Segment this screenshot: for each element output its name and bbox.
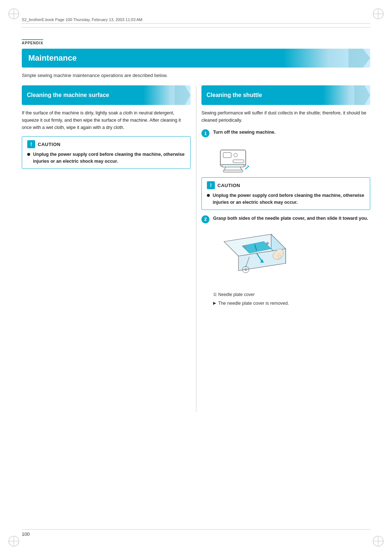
svg-marker-14	[354, 85, 370, 105]
file-info: S2_brotherE.book Page 100 Thursday, Febr…	[22, 17, 142, 22]
sewing-machine-svg	[213, 141, 253, 174]
svg-point-29	[244, 246, 246, 248]
left-caution-icon: !	[27, 140, 35, 148]
right-header-arrow	[354, 85, 370, 105]
needle-plate-diagram-area: ① ① Needle plate cover	[213, 227, 370, 297]
svg-rect-20	[222, 165, 244, 167]
right-caution-title: CAUTION	[217, 183, 240, 188]
svg-text:①: ①	[244, 268, 248, 272]
right-intro-text: Sewing performance will suffer if dust c…	[201, 109, 370, 124]
right-caution-item: Unplug the power supply cord before clea…	[207, 192, 365, 206]
result-text: The needle plate cover is removed.	[213, 301, 370, 306]
svg-point-17	[234, 153, 237, 157]
header-arrow-shape	[348, 49, 370, 68]
left-caution-bullet	[27, 153, 30, 156]
right-caution-bullet	[207, 194, 210, 197]
svg-rect-16	[223, 153, 231, 158]
svg-marker-12	[348, 49, 370, 68]
maintenance-header: Maintenance	[22, 49, 370, 68]
corner-mark-tr	[372, 7, 385, 20]
page-subtitle: Simple sewing machine maintenance operat…	[22, 73, 370, 78]
top-rule	[22, 27, 370, 28]
appendix-label: APPENDIX	[22, 39, 43, 45]
left-column: Cleaning the machine surface If the surf…	[22, 85, 191, 306]
left-caution-header: ! CAUTION	[27, 140, 185, 148]
left-caution-box: ! CAUTION Unplug the power supply cord b…	[22, 136, 191, 169]
sewing-machine-image-area	[213, 141, 370, 174]
step-1-text: Turn off the sewing machine.	[213, 129, 275, 136]
page: S2_brotherE.book Page 100 Thursday, Febr…	[0, 0, 392, 555]
two-columns: Cleaning the machine surface If the surf…	[22, 85, 370, 306]
right-caution-icon: !	[207, 181, 215, 189]
corner-mark-br	[372, 535, 385, 548]
left-section-title: Cleaning the machine surface	[27, 92, 109, 98]
left-caution-title: CAUTION	[38, 142, 61, 147]
corner-mark-tl	[7, 7, 20, 20]
diagram-caption-text: ① Needle plate cover	[213, 292, 254, 297]
svg-rect-23	[223, 170, 243, 172]
left-caution-item: Unplug the power supply cord before clea…	[27, 151, 185, 165]
left-section-header: Cleaning the machine surface	[22, 85, 191, 105]
right-column: Cleaning the shuttle Sewing performance …	[201, 85, 370, 306]
right-caution-box: ! CAUTION Unplug the power supply cord b…	[201, 177, 370, 210]
left-header-arrow	[175, 85, 191, 105]
step-2-text: Grasp both sides of the needle plate cov…	[213, 215, 368, 222]
result-text-content: The needle plate cover is removed.	[218, 301, 289, 306]
svg-point-30	[266, 242, 269, 244]
right-caution-text: Unplug the power supply cord before clea…	[213, 192, 365, 206]
step-1-row: 1 Turn off the sewing machine.	[201, 129, 370, 137]
left-caution-text: Unplug the power supply cord before clea…	[33, 151, 185, 165]
left-body-text: If the surface of the machine is dirty, …	[22, 109, 191, 131]
maintenance-title: Maintenance	[28, 53, 77, 63]
needle-plate-svg: ①	[213, 227, 300, 289]
step-2-circle: 2	[201, 215, 209, 223]
right-section-header: Cleaning the shuttle	[201, 85, 370, 105]
right-caution-header: ! CAUTION	[207, 181, 365, 189]
bottom-rule	[22, 529, 370, 530]
right-section-title: Cleaning the shuttle	[207, 92, 262, 98]
step-2-row: 2 Grasp both sides of the needle plate c…	[201, 215, 370, 223]
step-1-circle: 1	[201, 129, 209, 137]
corner-mark-bl	[7, 535, 20, 548]
diagram-caption: ① Needle plate cover	[213, 292, 370, 297]
svg-rect-18	[233, 160, 244, 163]
meta-bar: S2_brotherE.book Page 100 Thursday, Febr…	[22, 17, 370, 24]
svg-marker-13	[175, 85, 191, 105]
page-number: 100	[22, 531, 30, 537]
